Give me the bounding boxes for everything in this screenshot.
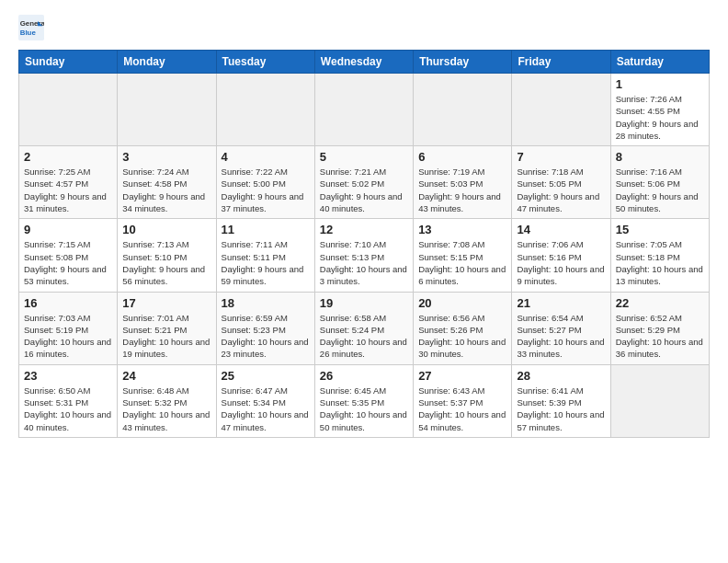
- col-header-wednesday: Wednesday: [314, 51, 413, 74]
- logo: General Blue: [18, 15, 48, 40]
- calendar-cell: [118, 74, 216, 146]
- day-info: Sunrise: 7:21 AM Sunset: 5:02 PM Dayligh…: [320, 166, 408, 214]
- page: General Blue SundayMondayTuesdayWednesda…: [0, 0, 728, 453]
- day-info: Sunrise: 7:11 AM Sunset: 5:11 PM Dayligh…: [222, 238, 310, 287]
- day-number: 9: [24, 223, 112, 236]
- day-info: Sunrise: 7:18 AM Sunset: 5:05 PM Dayligh…: [517, 166, 605, 214]
- calendar-cell: 3Sunrise: 7:24 AM Sunset: 4:58 PM Daylig…: [118, 146, 216, 219]
- calendar-cell: 8Sunrise: 7:16 AM Sunset: 5:06 PM Daylig…: [610, 146, 709, 219]
- day-number: 24: [122, 369, 210, 383]
- day-number: 17: [122, 296, 210, 310]
- day-number: 26: [320, 369, 408, 383]
- day-info: Sunrise: 7:01 AM Sunset: 5:21 PM Dayligh…: [122, 312, 210, 361]
- day-number: 2: [24, 150, 112, 164]
- day-number: 23: [24, 369, 112, 383]
- day-number: 10: [122, 223, 210, 236]
- day-info: Sunrise: 7:19 AM Sunset: 5:03 PM Dayligh…: [418, 166, 506, 214]
- day-number: 20: [418, 296, 506, 310]
- calendar-cell: 1Sunrise: 7:26 AM Sunset: 4:55 PM Daylig…: [610, 74, 709, 146]
- calendar-week-row: 16Sunrise: 7:03 AM Sunset: 5:19 PM Dayli…: [19, 292, 710, 364]
- day-info: Sunrise: 6:58 AM Sunset: 5:24 PM Dayligh…: [320, 312, 408, 361]
- calendar-cell: 20Sunrise: 6:56 AM Sunset: 5:26 PM Dayli…: [414, 292, 512, 364]
- day-info: Sunrise: 7:16 AM Sunset: 5:06 PM Dayligh…: [616, 166, 704, 214]
- calendar-cell: 19Sunrise: 6:58 AM Sunset: 5:24 PM Dayli…: [314, 292, 413, 364]
- day-info: Sunrise: 7:24 AM Sunset: 4:58 PM Dayligh…: [122, 166, 210, 214]
- calendar-cell: 21Sunrise: 6:54 AM Sunset: 5:27 PM Dayli…: [512, 292, 610, 364]
- calendar-cell: 11Sunrise: 7:11 AM Sunset: 5:11 PM Dayli…: [216, 219, 314, 292]
- col-header-sunday: Sunday: [19, 51, 118, 74]
- day-number: 22: [616, 296, 704, 310]
- day-number: 6: [418, 150, 506, 164]
- day-info: Sunrise: 6:54 AM Sunset: 5:27 PM Dayligh…: [517, 312, 605, 361]
- day-info: Sunrise: 6:50 AM Sunset: 5:31 PM Dayligh…: [24, 385, 112, 433]
- day-info: Sunrise: 6:41 AM Sunset: 5:39 PM Dayligh…: [517, 385, 605, 433]
- day-number: 11: [222, 223, 310, 236]
- calendar-cell: 7Sunrise: 7:18 AM Sunset: 5:05 PM Daylig…: [512, 146, 610, 219]
- day-number: 28: [517, 369, 605, 383]
- calendar-cell: 23Sunrise: 6:50 AM Sunset: 5:31 PM Dayli…: [19, 364, 118, 437]
- day-info: Sunrise: 6:48 AM Sunset: 5:32 PM Dayligh…: [122, 385, 210, 433]
- col-header-friday: Friday: [512, 51, 610, 74]
- day-number: 1: [616, 77, 704, 91]
- calendar-week-row: 9Sunrise: 7:15 AM Sunset: 5:08 PM Daylig…: [19, 219, 710, 292]
- day-number: 12: [320, 223, 408, 236]
- day-info: Sunrise: 7:25 AM Sunset: 4:57 PM Dayligh…: [24, 166, 112, 214]
- day-number: 14: [517, 223, 605, 236]
- day-number: 21: [517, 296, 605, 310]
- day-number: 3: [122, 150, 210, 164]
- calendar-cell: 28Sunrise: 6:41 AM Sunset: 5:39 PM Dayli…: [512, 364, 610, 437]
- day-info: Sunrise: 6:56 AM Sunset: 5:26 PM Dayligh…: [418, 312, 506, 361]
- calendar-cell: 24Sunrise: 6:48 AM Sunset: 5:32 PM Dayli…: [118, 364, 216, 437]
- col-header-saturday: Saturday: [610, 51, 709, 74]
- calendar-table: SundayMondayTuesdayWednesdayThursdayFrid…: [18, 50, 710, 438]
- calendar-cell: [414, 74, 512, 146]
- calendar-cell: [512, 74, 610, 146]
- svg-text:Blue: Blue: [20, 29, 37, 37]
- calendar-cell: 27Sunrise: 6:43 AM Sunset: 5:37 PM Dayli…: [414, 364, 512, 437]
- calendar-week-row: 1Sunrise: 7:26 AM Sunset: 4:55 PM Daylig…: [19, 74, 710, 146]
- calendar-cell: [19, 74, 118, 146]
- calendar-week-row: 23Sunrise: 6:50 AM Sunset: 5:31 PM Dayli…: [19, 364, 710, 437]
- calendar-cell: 4Sunrise: 7:22 AM Sunset: 5:00 PM Daylig…: [216, 146, 314, 219]
- calendar-cell: 26Sunrise: 6:45 AM Sunset: 5:35 PM Dayli…: [314, 364, 413, 437]
- calendar-cell: 9Sunrise: 7:15 AM Sunset: 5:08 PM Daylig…: [19, 219, 118, 292]
- calendar-cell: 25Sunrise: 6:47 AM Sunset: 5:34 PM Dayli…: [216, 364, 314, 437]
- day-info: Sunrise: 7:13 AM Sunset: 5:10 PM Dayligh…: [122, 238, 210, 287]
- calendar-cell: 17Sunrise: 7:01 AM Sunset: 5:21 PM Dayli…: [118, 292, 216, 364]
- day-info: Sunrise: 7:05 AM Sunset: 5:18 PM Dayligh…: [616, 238, 704, 287]
- day-info: Sunrise: 7:26 AM Sunset: 4:55 PM Dayligh…: [616, 93, 704, 142]
- calendar-cell: 16Sunrise: 7:03 AM Sunset: 5:19 PM Dayli…: [19, 292, 118, 364]
- day-number: 7: [517, 150, 605, 164]
- day-info: Sunrise: 7:10 AM Sunset: 5:13 PM Dayligh…: [320, 238, 408, 287]
- day-info: Sunrise: 6:52 AM Sunset: 5:29 PM Dayligh…: [616, 312, 704, 361]
- logo-icon: General Blue: [18, 15, 44, 40]
- day-number: 25: [222, 369, 310, 383]
- calendar-cell: 5Sunrise: 7:21 AM Sunset: 5:02 PM Daylig…: [314, 146, 413, 219]
- day-number: 18: [222, 296, 310, 310]
- day-info: Sunrise: 6:59 AM Sunset: 5:23 PM Dayligh…: [222, 312, 310, 361]
- calendar-cell: [610, 364, 709, 437]
- day-number: 4: [222, 150, 310, 164]
- col-header-monday: Monday: [118, 51, 216, 74]
- day-info: Sunrise: 7:08 AM Sunset: 5:15 PM Dayligh…: [418, 238, 506, 287]
- day-number: 16: [24, 296, 112, 310]
- day-number: 13: [418, 223, 506, 236]
- day-number: 19: [320, 296, 408, 310]
- svg-text:General: General: [20, 19, 44, 28]
- calendar-cell: 15Sunrise: 7:05 AM Sunset: 5:18 PM Dayli…: [610, 219, 709, 292]
- calendar-cell: [216, 74, 314, 146]
- col-header-tuesday: Tuesday: [216, 51, 314, 74]
- day-info: Sunrise: 7:03 AM Sunset: 5:19 PM Dayligh…: [24, 312, 112, 361]
- day-number: 5: [320, 150, 408, 164]
- header: General Blue: [18, 15, 710, 40]
- day-info: Sunrise: 7:22 AM Sunset: 5:00 PM Dayligh…: [222, 166, 310, 214]
- calendar-cell: 10Sunrise: 7:13 AM Sunset: 5:10 PM Dayli…: [118, 219, 216, 292]
- calendar-cell: [314, 74, 413, 146]
- calendar-cell: 6Sunrise: 7:19 AM Sunset: 5:03 PM Daylig…: [414, 146, 512, 219]
- col-header-thursday: Thursday: [414, 51, 512, 74]
- calendar-header-row: SundayMondayTuesdayWednesdayThursdayFrid…: [19, 51, 710, 74]
- day-number: 27: [418, 369, 506, 383]
- day-info: Sunrise: 6:43 AM Sunset: 5:37 PM Dayligh…: [418, 385, 506, 433]
- day-number: 8: [616, 150, 704, 164]
- calendar-cell: 13Sunrise: 7:08 AM Sunset: 5:15 PM Dayli…: [414, 219, 512, 292]
